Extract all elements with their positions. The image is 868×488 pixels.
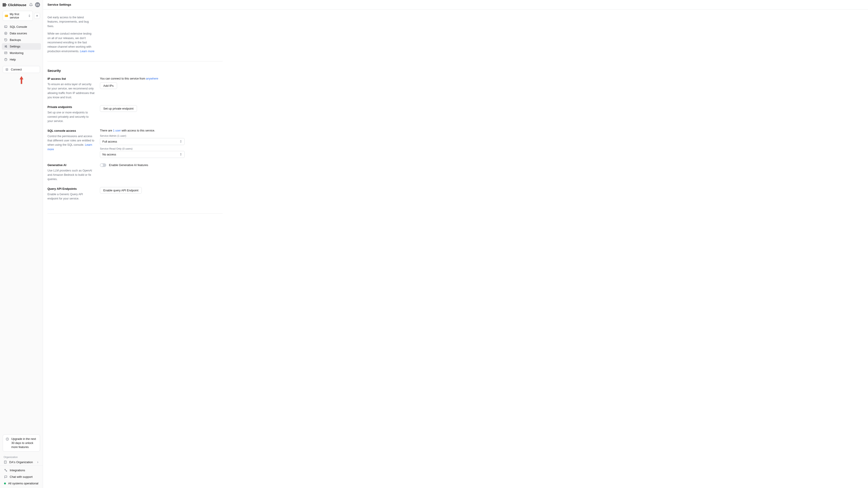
sidebar-item-label: Settings: [10, 45, 20, 48]
sidebar-item-data-sources[interactable]: Data sources: [2, 30, 41, 37]
service-admin-select[interactable]: Full access: [100, 138, 185, 145]
security-title: Security: [48, 69, 223, 72]
org-section-label: Organization: [0, 454, 43, 459]
logo[interactable]: ClickHouse: [3, 3, 26, 7]
sql-access-row: SQL console access Control the permissio…: [48, 127, 223, 161]
ip-access-desc: To ensure an extra layer of security for…: [48, 82, 94, 100]
security-section: Security IP access list To ensure an ext…: [43, 65, 227, 217]
release-learn-more-link[interactable]: Learn more: [80, 50, 94, 53]
svg-rect-0: [3, 3, 3, 6]
query-api-title: Query API Endpoints: [48, 187, 94, 191]
sidebar-item-label: Integrations: [10, 468, 25, 472]
svg-rect-15: [4, 461, 6, 463]
genai-desc: Use LLM providers such as OpenAI and Ama…: [48, 168, 94, 182]
svg-rect-5: [4, 26, 7, 28]
puzzle-icon: [4, 468, 7, 472]
chevron-right-icon: [36, 461, 39, 464]
ip-access-row: IP access list To ensure an extra layer …: [48, 75, 223, 103]
sidebar: ClickHouse DA My first service SQL Conso…: [0, 0, 43, 488]
sidebar-item-backups[interactable]: Backups: [2, 37, 41, 43]
page-title: Service Settings: [48, 3, 71, 6]
sidebar-item-chat[interactable]: Chat with support: [2, 474, 41, 480]
select-value: Full access: [102, 140, 117, 143]
sidebar-item-status[interactable]: All systems operational: [2, 480, 41, 487]
release-desc-1: Get early access to the latest features,…: [48, 15, 94, 29]
clickhouse-logo-icon: [3, 3, 6, 6]
svg-point-8: [6, 45, 7, 46]
svg-rect-1: [4, 3, 4, 6]
sidebar-item-monitoring[interactable]: Monitoring: [2, 50, 41, 56]
svg-point-9: [5, 46, 6, 47]
chevron-updown-icon: [180, 140, 182, 143]
main-nav: SQL Console Data sources Backups Setting…: [0, 22, 43, 64]
ip-access-title: IP access list: [48, 77, 94, 80]
connect-icon: [5, 68, 8, 71]
sidebar-item-label: Monitoring: [10, 51, 24, 55]
sql-access-desc: Control the permissions and access that …: [48, 134, 94, 152]
svg-point-6: [4, 32, 7, 35]
chevron-updown-icon: [180, 153, 182, 156]
sidebar-header: ClickHouse DA: [0, 0, 43, 9]
svg-rect-4: [6, 4, 6, 5]
notifications-button[interactable]: [29, 2, 33, 7]
topbar: Service Settings: [43, 0, 868, 9]
main: Service Settings Get early access to the…: [43, 0, 868, 488]
add-service-button[interactable]: [34, 13, 40, 19]
status-dot-icon: [4, 483, 6, 484]
setup-private-endpoint-button[interactable]: Set up private endpoint: [100, 105, 137, 112]
service-selector-row: My first service: [0, 9, 43, 22]
upgrade-card[interactable]: Upgrade in the next 30 days to unlock mo…: [3, 434, 40, 452]
sidebar-item-label: Chat with support: [10, 475, 33, 479]
add-ips-button[interactable]: Add IPs: [100, 83, 117, 89]
sidebar-item-label: Data sources: [10, 32, 27, 35]
content-scroll[interactable]: Get early access to the latest features,…: [43, 9, 868, 488]
connect-label: Connect: [11, 68, 22, 71]
genai-row: Generative AI Use LLM providers such as …: [48, 161, 223, 185]
sql-access-title: SQL console access: [48, 129, 94, 132]
sidebar-item-help[interactable]: Help: [2, 56, 41, 63]
private-ep-desc: Set up one or more endpoints to connect …: [48, 110, 94, 124]
sidebar-item-sql-console[interactable]: SQL Console: [2, 24, 41, 30]
svg-point-16: [5, 469, 6, 470]
svg-point-17: [6, 470, 7, 471]
enable-query-api-button[interactable]: Enable query API Endpoint: [100, 187, 142, 194]
svg-point-10: [6, 47, 7, 47]
svg-point-7: [5, 33, 6, 34]
private-ep-title: Private endpoints: [48, 105, 94, 109]
chat-icon: [4, 475, 7, 479]
ip-anywhere-link[interactable]: anywhere: [146, 77, 158, 80]
sidebar-item-settings[interactable]: Settings: [2, 43, 41, 50]
service-selector[interactable]: My first service: [3, 11, 33, 21]
service-status-icon: [5, 15, 8, 17]
chart-icon: [4, 51, 7, 55]
upgrade-message: Upgrade in the next 30 days to unlock mo…: [11, 437, 37, 449]
annotation-arrow-icon: [0, 75, 43, 85]
avatar-initials: DA: [36, 4, 39, 6]
private-endpoints-row: Private endpoints Set up one or more end…: [48, 103, 223, 127]
svg-rect-3: [5, 3, 6, 6]
sidebar-item-label: All systems operational: [8, 482, 38, 485]
select-value: No access: [102, 153, 116, 156]
connect-button[interactable]: Connect: [3, 66, 40, 73]
genai-toggle[interactable]: [100, 163, 106, 167]
brand-name: ClickHouse: [8, 3, 26, 7]
avatar[interactable]: DA: [35, 2, 40, 7]
genai-title: Generative AI: [48, 163, 94, 167]
release-desc-2: While we conduct extensive testing on al…: [48, 32, 94, 54]
bottom-nav: Integrations Chat with support All syste…: [0, 465, 43, 488]
query-api-desc: Enable a Generic Query API endpoint for …: [48, 192, 94, 201]
terminal-icon: [4, 25, 7, 29]
sidebar-item-integrations[interactable]: Integrations: [2, 467, 41, 474]
service-readonly-select[interactable]: No access: [100, 151, 185, 158]
sql-user-link[interactable]: 1 user: [113, 129, 121, 132]
database-icon: [4, 32, 7, 35]
readonly-label: Service Read Only (0 users): [100, 147, 223, 150]
query-api-row: Query API Endpoints Enable a Generic Que…: [48, 185, 223, 204]
release-section: Get early access to the latest features,…: [43, 13, 227, 65]
ip-access-status: You can connect to this service from any…: [100, 77, 223, 80]
history-icon: [4, 38, 7, 41]
org-selector[interactable]: DA's Organization: [0, 459, 43, 465]
sliders-icon: [4, 45, 7, 48]
header-actions: DA: [29, 2, 40, 7]
sql-access-status: There are 1 user with access to this ser…: [100, 129, 223, 132]
